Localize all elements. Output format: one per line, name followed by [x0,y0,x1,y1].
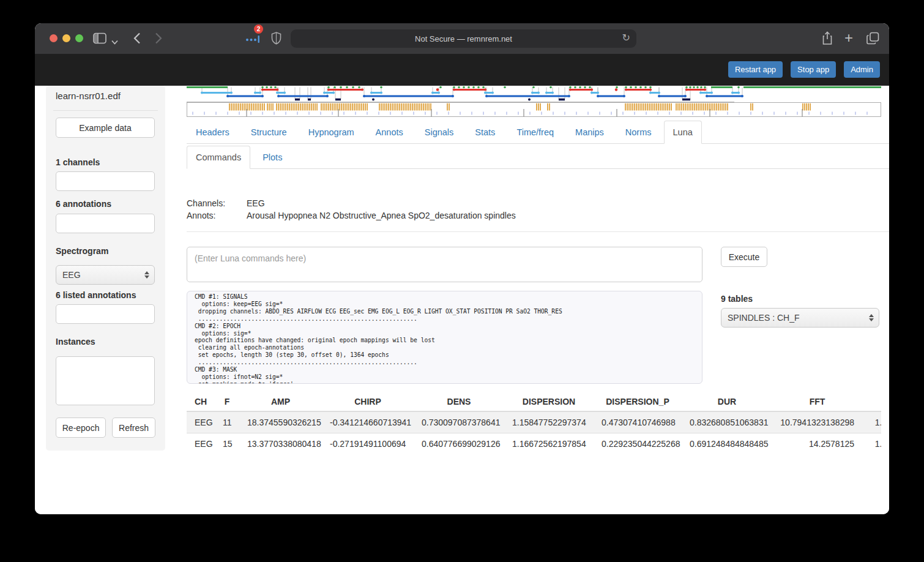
marker-dot [684,95,687,97]
tab-manips[interactable]: Manips [566,121,613,144]
marker-dot [259,92,261,94]
page-content: learn-nsrr01.edf Example data 1 channels… [35,86,889,514]
marker-dot [431,92,434,94]
tab-overview-icon[interactable] [866,32,879,47]
wake-dot [266,86,268,89]
tab-time-freq[interactable]: Time/freq [507,121,563,144]
url-text: Not Secure — remnrem.net [415,34,512,43]
share-icon[interactable] [822,31,833,48]
wake-dot [458,86,460,89]
wake-dot [439,86,442,89]
table-cell: 15 [215,433,239,455]
marker-dot [649,88,652,91]
marker-dot [323,92,326,94]
execute-button[interactable]: Execute [721,247,767,267]
hypnogram-overview-chart[interactable] [187,86,881,118]
table-cell: 13.3770338080418 [239,433,322,455]
spectrogram-select[interactable]: EEG [56,265,155,285]
marker-dot [699,92,702,94]
chevron-down-icon[interactable] [111,36,118,47]
minimize-window-button[interactable] [62,34,70,42]
close-window-button[interactable] [50,34,58,42]
wake-dot [380,86,382,89]
table-row: EEG1118.3745590326215-0.3412146607139410… [187,411,881,433]
address-bar[interactable]: Not Secure — remnrem.net ↻ [291,29,636,48]
listed-annotations-label: 6 listed annotations [56,290,155,300]
tab-structure[interactable]: Structure [242,121,296,144]
tab-norms[interactable]: Norms [616,121,661,144]
table-cell: 14.2578125 [772,433,862,455]
reload-icon[interactable]: ↻ [622,32,630,43]
marker-dot [597,95,599,97]
table-cell: 0.229235044225268 [594,433,682,455]
annotations-count-label: 6 annotations [56,199,155,209]
extension-icon[interactable] [245,34,262,46]
tab-stats[interactable]: Stats [466,121,504,144]
example-data-button[interactable]: Example data [56,118,155,138]
marker-dot [453,88,455,91]
marker-dot [370,92,373,94]
wake-dot [685,86,688,89]
sidebar-toggle-icon[interactable] [93,32,106,47]
marker-dot [568,95,570,97]
annotations-input[interactable] [56,214,155,233]
restart-app-button[interactable]: Restart app [728,61,783,78]
divider [53,110,158,111]
luna-console-output[interactable]: CMD #1: SIGNALS options: keep=EEG sig=* … [187,291,702,384]
spectrogram-select-value: EEG [62,270,81,280]
table-cell: 0.691248484848485 [682,433,772,455]
wake-dot [574,86,576,89]
wake-dot [649,86,652,89]
marker-dot [491,92,494,94]
tab-headers[interactable]: Headers [187,121,239,144]
column-header: DISPERSION [504,392,594,411]
marker-dot [706,95,708,97]
luna-command-input[interactable] [187,247,702,282]
marker-dot [658,92,660,94]
refresh-button[interactable]: Refresh [112,418,155,438]
marker-dot [452,95,454,97]
marker-dot [658,95,660,97]
select-arrows-icon [144,271,149,279]
results-table-container: CHFAMPCHIRPDENSDISPERSIONDISPERSION_PDUR… [187,392,881,463]
marker-dot [276,88,278,91]
admin-button[interactable]: Admin [844,61,880,78]
new-tab-icon[interactable]: + [844,31,853,45]
re-epoch-button[interactable]: Re-epoch [56,418,106,438]
channels-input[interactable] [56,171,155,191]
marker-dot [737,92,740,94]
marker-dot [261,95,264,97]
wake-dot [352,86,354,89]
back-button[interactable] [133,32,141,47]
table-cell: 0.832680851063831 [682,411,772,433]
shield-icon[interactable] [271,32,281,47]
subtab-commands[interactable]: Commands [187,146,250,169]
marker-dot [710,92,713,94]
instances-textarea[interactable] [56,356,155,405]
wake-dot [453,86,455,89]
tables-select[interactable]: SPINDLES : CH_F [721,308,879,328]
zoom-window-button[interactable] [75,34,83,42]
wake-dot [468,86,470,89]
table-cell: EEG [187,411,215,433]
wake-dot [482,86,485,89]
tab-annots[interactable]: Annots [367,121,412,144]
marker-dot [484,92,486,94]
marker-dot [226,95,229,97]
wake-dot [639,86,642,89]
select-arrows-icon [869,314,874,321]
channels-label: Channels: [187,198,247,208]
subtab-plots[interactable]: Plots [253,146,291,169]
browser-window: 2 Not Secure — remnrem.net ↻ + Restart a… [35,23,889,514]
tab-hypnogram[interactable]: Hypnogram [299,121,363,144]
wake-dot [589,86,591,89]
tab-luna[interactable]: Luna [664,121,702,144]
app-header-buttons: Restart app Stop app Admin [728,61,880,78]
tab-signals[interactable]: Signals [415,121,463,144]
listed-annotations-input[interactable] [56,304,155,324]
stop-app-button[interactable]: Stop app [791,61,836,78]
table-cell: -0.27191491100694 [322,433,414,455]
column-header: CHIRP [322,392,414,411]
extension-badge: 2 [254,24,263,34]
forward-button[interactable] [155,32,162,47]
